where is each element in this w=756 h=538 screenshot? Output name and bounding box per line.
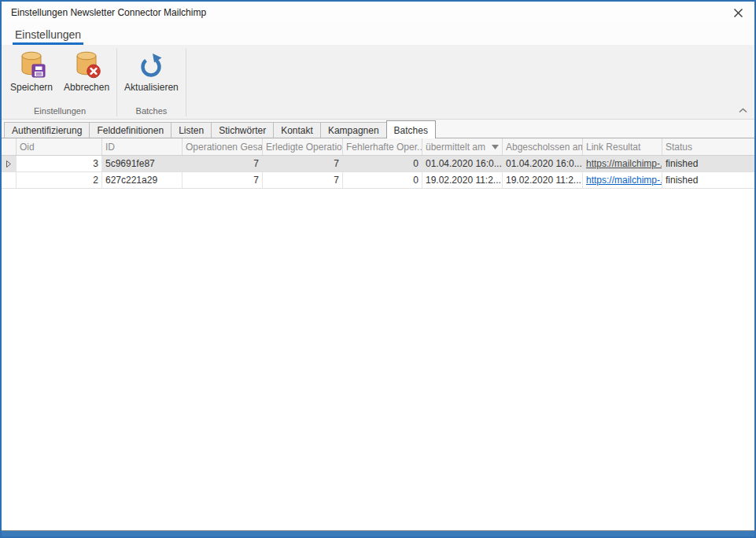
- chevron-up-icon: [739, 108, 747, 113]
- column-header-oid[interactable]: Oid: [17, 138, 102, 155]
- tab-kampagnen[interactable]: Kampagnen: [320, 122, 387, 138]
- cell-link-resultat: https://mailchimp-...: [583, 156, 662, 171]
- row-indicator-arrow-icon: [6, 160, 11, 168]
- ribbon-group-batches: Aktualisieren Batches: [119, 45, 184, 119]
- titlebar: Einstellungen Newsletter Connector Mailc…: [2, 2, 754, 24]
- cell-operationen-gesamt[interactable]: 7: [183, 172, 263, 188]
- cell-uebermittelt-am[interactable]: 19.02.2020 11:2...: [422, 172, 503, 188]
- row-indicator: [2, 156, 17, 171]
- cell-oid[interactable]: 3: [17, 156, 102, 171]
- ribbon-tab-row: Einstellungen: [2, 24, 754, 45]
- tab-listen[interactable]: Listen: [171, 122, 212, 138]
- grid-empty-area: [2, 189, 754, 530]
- column-header-id[interactable]: ID: [102, 138, 183, 155]
- abbrechen-button[interactable]: Abbrechen: [58, 49, 115, 106]
- column-header-operationen-gesamt[interactable]: Operationen Gesa...: [183, 138, 263, 155]
- tab-batches[interactable]: Batches: [386, 120, 436, 138]
- ribbon-group-einstellungen: Speichern Abbrechen Einstellungen: [5, 45, 115, 119]
- refresh-icon: [137, 50, 165, 80]
- batches-grid: Oid ID Operationen Gesa... Erledigte Ope…: [2, 138, 754, 530]
- tab-authentifizierung[interactable]: Authentifizierung: [4, 122, 90, 138]
- close-button[interactable]: [721, 2, 754, 24]
- aktualisieren-label: Aktualisieren: [124, 82, 179, 93]
- settings-window: Einstellungen Newsletter Connector Mailc…: [0, 0, 756, 538]
- cell-abgeschlossen-am[interactable]: 19.02.2020 11:2...: [503, 172, 583, 188]
- database-cancel-icon: [72, 50, 101, 80]
- column-header-status[interactable]: Status: [662, 138, 754, 155]
- cell-fehlerhafte-operationen[interactable]: 0: [343, 156, 422, 171]
- column-header-uebermittelt-am[interactable]: übermittelt am: [422, 138, 503, 155]
- speichern-button[interactable]: Speichern: [5, 49, 58, 106]
- result-link[interactable]: https://mailchimp-...: [586, 158, 662, 169]
- cell-operationen-gesamt[interactable]: 7: [183, 156, 263, 171]
- speichern-label: Speichern: [10, 82, 53, 93]
- cell-erledigte-operationen[interactable]: 7: [263, 156, 343, 171]
- window-title: Einstellungen Newsletter Connector Mailc…: [11, 7, 206, 18]
- column-header-link-resultat[interactable]: Link Resultat: [583, 138, 662, 155]
- tab-stichwoerter[interactable]: Stichwörter: [211, 122, 274, 138]
- row-indicator: [2, 172, 17, 188]
- cell-uebermittelt-am[interactable]: 01.04.2020 16:0...: [422, 156, 503, 171]
- column-header-abgeschlossen-am[interactable]: Abgescholssen am: [503, 138, 583, 155]
- result-link[interactable]: https://mailchimp-...: [586, 175, 662, 186]
- cell-status[interactable]: finished: [662, 172, 754, 188]
- table-row: 2 627c221a29 7 7 0 19.02.2020 11:2... 19…: [2, 172, 754, 189]
- cell-id[interactable]: 627c221a29: [102, 172, 183, 188]
- ribbon-group-label-batches: Batches: [119, 106, 184, 119]
- ribbon-collapse-button[interactable]: [736, 105, 749, 115]
- cell-link-resultat: https://mailchimp-...: [583, 172, 662, 188]
- cell-erledigte-operationen[interactable]: 7: [263, 172, 343, 188]
- tab-felddefinitionen[interactable]: Felddefinitionen: [89, 122, 171, 138]
- ribbon-group-separator: [116, 49, 117, 116]
- close-icon: [733, 8, 743, 18]
- tab-kontakt[interactable]: Kontakt: [273, 122, 321, 138]
- table-row: 3 5c9691fe87 7 7 0 01.04.2020 16:0... 01…: [2, 156, 754, 172]
- grid-header-indicator: [2, 138, 17, 155]
- ribbon: Speichern Abbrechen Einstellungen: [2, 45, 754, 120]
- database-save-icon: [17, 50, 46, 80]
- aktualisieren-button[interactable]: Aktualisieren: [119, 49, 184, 106]
- cell-id[interactable]: 5c9691fe87: [102, 156, 183, 171]
- cell-oid[interactable]: 2: [17, 172, 102, 188]
- grid-header-row: Oid ID Operationen Gesa... Erledigte Ope…: [2, 138, 754, 156]
- bottom-status-strip: [2, 530, 754, 536]
- cell-status[interactable]: finished: [662, 156, 754, 171]
- page-tabstrip: Authentifizierung Felddefinitionen Liste…: [2, 120, 754, 138]
- ribbon-group-separator: [186, 49, 186, 116]
- column-header-erledigte-operationen[interactable]: Erledigte Operatio...: [263, 138, 343, 155]
- cell-fehlerhafte-operationen[interactable]: 0: [343, 172, 422, 188]
- abbrechen-label: Abbrechen: [64, 82, 109, 93]
- sort-descending-icon: [490, 145, 499, 149]
- cell-abgeschlossen-am[interactable]: 01.04.2020 16:0...: [503, 156, 583, 171]
- column-header-uebermittelt-am-label: übermittelt am: [426, 142, 485, 153]
- ribbon-tab-einstellungen[interactable]: Einstellungen: [13, 27, 83, 45]
- ribbon-group-label-einstellungen: Einstellungen: [5, 106, 115, 119]
- column-header-fehlerhafte-operationen[interactable]: Fehlerhafte Oper...: [343, 138, 422, 155]
